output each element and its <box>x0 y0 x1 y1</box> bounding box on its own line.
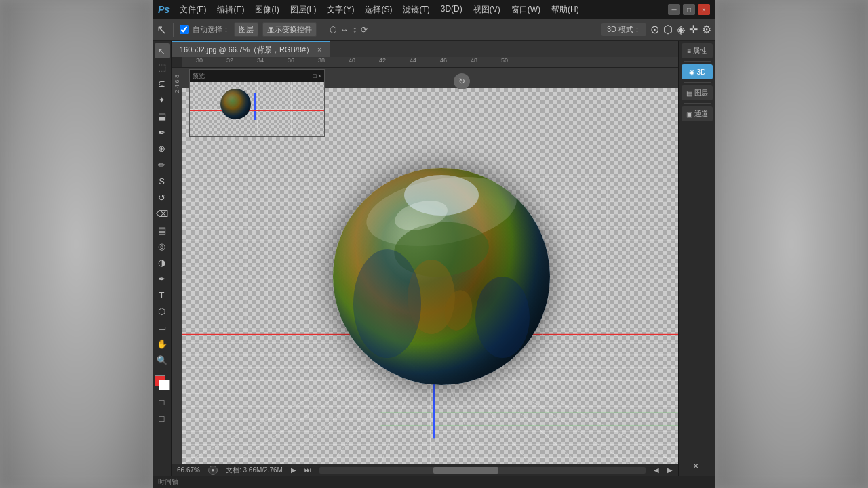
menu-text[interactable]: 文字(Y) <box>322 3 359 17</box>
play-button[interactable]: ▶ <box>291 466 296 474</box>
auto-select-label: 自动选择： <box>193 24 230 35</box>
tool-quick-select[interactable]: ✦ <box>155 92 170 107</box>
zoom-indicator[interactable]: ● <box>208 466 218 475</box>
scrollbar-thumb <box>433 467 498 474</box>
toolbar-row: ↖ 自动选择： 图层 显示变换控件 ⬡ ↔ ↕ ⟳ 3D 模式： ⊙ ⬡ ◈ ✛… <box>153 19 715 41</box>
minimize-button[interactable]: ─ <box>668 4 680 15</box>
properties-label: 属性 <box>693 46 707 56</box>
menu-select[interactable]: 选择(S) <box>360 3 397 17</box>
3d-icon: ◉ <box>689 68 695 76</box>
left-toolbox: ↖ ⬚ ⊊ ✦ ⬓ ✒ ⊕ ✏ S ↺ ⌫ ▤ ◎ ◑ ✒ T ⬡ ▭ ✋ 🔍 <box>153 41 172 476</box>
background-color[interactable] <box>159 380 170 390</box>
step-button[interactable]: ⏭ <box>304 466 311 474</box>
preview-controls: □ × <box>313 73 321 79</box>
transform-icon-4: ⟳ <box>361 25 368 35</box>
menu-help[interactable]: 帮助(H) <box>547 3 584 17</box>
tool-history-brush[interactable]: ↺ <box>155 190 170 205</box>
panel-layers-btn[interactable]: ▤ 图层 <box>682 85 713 100</box>
canvas-viewport[interactable]: ↻ ✢ <box>182 68 678 464</box>
screen-mode-btn[interactable]: □ <box>155 411 170 426</box>
panel-properties-btn[interactable]: ≡ 属性 <box>682 43 713 58</box>
tool-crop[interactable]: ⬓ <box>155 108 170 123</box>
preview-grid-v2 <box>257 82 258 136</box>
tool-path-selection[interactable]: ⬡ <box>155 304 170 319</box>
title-bar-menu: 文件(F) 编辑(E) 图像(I) 图层(L) 文字(Y) 选择(S) 滤镜(T… <box>175 3 584 17</box>
menu-filter[interactable]: 滤镜(T) <box>398 3 434 17</box>
tool-gradient[interactable]: ▤ <box>155 222 170 237</box>
tool-hand[interactable]: ✋ <box>155 336 170 351</box>
tab-bar: 160502.jpg @ 66.7%（背景，RGB/8#） × <box>172 41 678 57</box>
tool-marquee[interactable]: ⬚ <box>155 60 170 75</box>
layer-dropdown[interactable]: 图层 <box>234 22 258 37</box>
ruler-tick-42: 42 <box>379 57 386 64</box>
panel-channels-btn[interactable]: ▣ 通道 <box>682 106 713 121</box>
scroll-right-btn[interactable]: ▶ <box>667 466 673 474</box>
color-swatch[interactable] <box>155 375 170 390</box>
show-transform-btn[interactable]: 显示变换控件 <box>262 22 317 37</box>
photoshop-window: Ps 文件(F) 编辑(E) 图像(I) 图层(L) 文字(Y) 选择(S) 滤… <box>153 0 715 488</box>
close-button[interactable]: × <box>698 4 710 15</box>
ruler-corner <box>172 57 182 68</box>
ruler-tick-44: 44 <box>410 57 416 64</box>
ruler-numbers: 30 32 34 36 38 40 42 44 46 48 50 <box>182 57 678 67</box>
menu-image[interactable]: 图像(I) <box>250 3 283 17</box>
quick-mask-btn[interactable]: □ <box>155 394 170 409</box>
tool-clone[interactable]: S <box>155 174 170 188</box>
color-swatch-area <box>155 373 170 390</box>
menu-edit[interactable]: 编辑(E) <box>212 3 249 17</box>
tool-eyedropper[interactable]: ✒ <box>155 125 170 140</box>
canvas-tab[interactable]: 160502.jpg @ 66.7%（背景，RGB/8#） × <box>172 41 330 57</box>
tool-brush[interactable]: ✏ <box>155 157 170 172</box>
tool-lasso[interactable]: ⊊ <box>155 76 170 91</box>
scroll-left-btn[interactable]: ◀ <box>654 466 659 474</box>
tool-eraser[interactable]: ⌫ <box>155 206 170 221</box>
right-panel-spacer <box>680 124 714 455</box>
panel-3d-btn[interactable]: ◉ 3D <box>682 64 713 79</box>
tool-dodge[interactable]: ◑ <box>155 255 170 270</box>
preview-grid-v3 <box>291 82 292 136</box>
toolbar-separator-2 <box>323 23 323 37</box>
status-bar: 66.67% ● 文档: 3.66M/2.76M ▶ ⏭ ◀ ▶ <box>172 464 678 476</box>
tool-text[interactable]: T <box>155 287 170 302</box>
viewport-navigate-icon[interactable]: ↻ <box>454 73 470 89</box>
tool-zoom[interactable]: 🔍 <box>155 352 170 367</box>
title-bar-controls: ─ □ × <box>668 4 710 15</box>
menu-3d[interactable]: 3D(D) <box>436 3 467 17</box>
move-tool-icon[interactable]: ↖ <box>157 22 167 37</box>
right-panel: ≡ 属性 ◉ 3D ▤ 图层 ▣ 通道 <box>678 41 715 476</box>
rotate-icon: ↻ <box>458 77 465 86</box>
preview-title: 预览 <box>193 72 205 81</box>
tool-healing[interactable]: ⊕ <box>155 141 170 156</box>
tool-move[interactable]: ↖ <box>155 43 170 58</box>
menu-layer[interactable]: 图层(L) <box>285 3 321 17</box>
tool-rectangle[interactable]: ▭ <box>155 320 170 335</box>
earth-sphere <box>333 168 550 385</box>
3d-mode-icon-4[interactable]: ✛ <box>689 23 698 36</box>
ruler-tick-40: 40 <box>349 57 355 64</box>
transform-icon-1: ⬡ <box>330 25 336 35</box>
3d-mode-icon-3[interactable]: ◈ <box>677 23 685 36</box>
3d-mode-icon-5[interactable]: ⚙ <box>702 23 711 36</box>
preview-close-btn[interactable]: × <box>318 73 321 79</box>
ruler-left: 2 4 6 8 <box>172 68 182 464</box>
auto-select-checkbox[interactable] <box>180 25 189 34</box>
main-area: ↖ ⬚ ⊊ ✦ ⬓ ✒ ⊕ ✏ S ↺ ⌫ ▤ ◎ ◑ ✒ T ⬡ ▭ ✋ 🔍 <box>153 41 715 476</box>
ruler-left-numbers: 2 4 6 8 <box>174 75 180 94</box>
panel-separator-1 <box>684 61 711 62</box>
tool-blur[interactable]: ◎ <box>155 239 170 253</box>
tab-close-btn[interactable]: × <box>317 46 321 54</box>
menu-view[interactable]: 视图(V) <box>469 3 505 17</box>
ruler-tick-46: 46 <box>440 57 447 64</box>
horizontal-scrollbar[interactable] <box>319 467 646 474</box>
ruler-tick-48: 48 <box>471 57 477 64</box>
3d-mode-icon-1[interactable]: ⊙ <box>650 23 659 36</box>
preview-minimize-btn[interactable]: □ <box>313 73 316 79</box>
maximize-button[interactable]: □ <box>683 4 695 15</box>
canvas-wrapper: 2 4 6 8 <box>172 68 678 464</box>
menu-window[interactable]: 窗口(W) <box>507 3 545 17</box>
tool-pen[interactable]: ✒ <box>155 271 170 286</box>
ruler-top: 30 32 34 36 38 40 42 44 46 48 50 <box>172 57 678 68</box>
menu-file[interactable]: 文件(F) <box>175 3 211 17</box>
3d-mode-icon-2[interactable]: ⬡ <box>663 23 673 36</box>
close-panel-btn[interactable]: ✕ <box>680 458 711 473</box>
